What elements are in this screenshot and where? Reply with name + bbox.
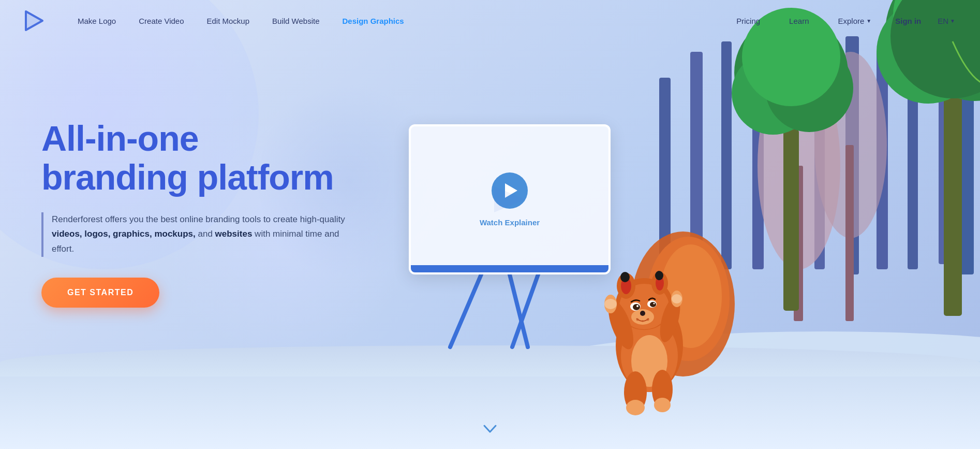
get-started-button[interactable]: GET STARTED — [41, 278, 159, 308]
scroll-down-arrow[interactable] — [482, 424, 498, 436]
nav-explore[interactable]: Explore ▼ — [826, 17, 883, 25]
svg-point-61 — [633, 304, 640, 310]
svg-rect-17 — [783, 129, 799, 311]
nav-learn[interactable]: Learn — [778, 17, 820, 25]
svg-point-68 — [642, 320, 644, 322]
svg-rect-16 — [845, 145, 854, 321]
svg-point-64 — [650, 302, 656, 307]
nav-right: Pricing Learn Explore ▼ Sign in EN ▼ — [725, 17, 959, 25]
hero-section: Make Logo Create Video Edit Mockup Build… — [0, 0, 980, 449]
svg-point-67 — [647, 318, 649, 321]
svg-point-74 — [626, 400, 645, 415]
hero-subtitle-block: Renderforest offers you the best online … — [41, 212, 362, 257]
hero-subtitle: Renderforest offers you the best online … — [52, 212, 362, 257]
squirrel-illustration — [559, 200, 740, 408]
lang-selector[interactable]: EN ▼ — [933, 17, 959, 25]
hero-title: All-in-one branding platform — [41, 119, 362, 197]
nav-edit-mockup[interactable]: Edit Mockup — [196, 17, 261, 25]
nav-design-graphics[interactable]: Design Graphics — [331, 17, 415, 25]
svg-marker-39 — [26, 11, 40, 30]
nav-create-video[interactable]: Create Video — [127, 17, 195, 25]
svg-point-56 — [620, 272, 630, 282]
svg-point-77 — [604, 299, 617, 309]
svg-line-41 — [450, 274, 481, 347]
nav-pricing[interactable]: Pricing — [725, 17, 771, 25]
signin-link[interactable]: Sign in — [889, 17, 927, 25]
svg-point-59 — [640, 311, 645, 316]
svg-point-65 — [654, 303, 655, 305]
svg-point-76 — [654, 398, 671, 412]
svg-marker-40 — [494, 186, 525, 212]
chevron-down-icon: ▼ — [866, 18, 871, 24]
squirrel-svg — [559, 200, 740, 418]
snow-ground-2 — [0, 376, 980, 449]
site-header: Make Logo Create Video Edit Mockup Build… — [0, 0, 980, 41]
nav-build-website[interactable]: Build Website — [261, 17, 331, 25]
site-logo[interactable] — [21, 8, 46, 33]
svg-point-66 — [636, 318, 639, 321]
svg-point-57 — [655, 271, 663, 280]
svg-point-62 — [636, 305, 639, 307]
primary-nav: Make Logo Create Video Edit Mockup Build… — [66, 17, 725, 25]
watermark-logo — [489, 184, 530, 215]
chevron-down-icon-lang: ▼ — [950, 18, 955, 24]
watch-explainer-label: Watch Explainer — [480, 218, 540, 227]
nav-make-logo[interactable]: Make Logo — [66, 17, 127, 25]
svg-rect-22 — [944, 93, 962, 316]
hero-content: All-in-one branding platform Renderfores… — [41, 119, 362, 308]
svg-point-78 — [672, 294, 682, 303]
